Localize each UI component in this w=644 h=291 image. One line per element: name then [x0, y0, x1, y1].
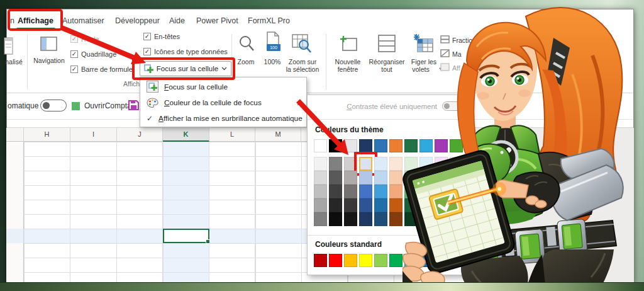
theme-tint-swatch[interactable]: [389, 198, 402, 212]
save-icon[interactable]: [128, 99, 139, 111]
theme-tint-swatch[interactable]: [374, 212, 387, 226]
standard-colors-title: Couleurs standard: [315, 240, 382, 249]
autosave-label-partial: omatique: [8, 101, 38, 110]
theme-tint-swatch[interactable]: [374, 171, 387, 185]
standard-color-swatch[interactable]: [314, 254, 327, 267]
standard-color-swatch[interactable]: [329, 254, 342, 267]
tab-developpeur[interactable]: Développeur: [115, 16, 160, 25]
theme-tint-swatch[interactable]: [359, 171, 372, 185]
menu-item-focus-cell-color[interactable]: Couleur de la cellule de focus ›: [140, 94, 306, 110]
zoom-100-button[interactable]: 100%: [259, 58, 286, 66]
selected-cell[interactable]: [163, 229, 209, 243]
navigation-icon: [40, 37, 58, 52]
theme-tint-swatch[interactable]: [374, 185, 387, 198]
checkmark-icon: ✓: [147, 114, 153, 123]
checkbox-icones-donnees[interactable]: ✓ Icônes de type données: [143, 47, 228, 56]
partial-ribbon-icon: [4, 37, 14, 57]
tab-formxl-pro[interactable]: FormXL Pro: [248, 16, 290, 25]
theme-tint-swatch[interactable]: [329, 171, 342, 185]
theme-tint-swatch[interactable]: [389, 157, 402, 171]
zoom-selection-icon: [292, 34, 312, 53]
theme-colors-title: Couleurs du thème: [315, 125, 384, 134]
theme-color-swatch[interactable]: [389, 139, 402, 152]
theme-tint-swatch[interactable]: [374, 198, 387, 212]
theme-tint-swatch[interactable]: [314, 212, 327, 226]
tab-affichage[interactable]: Affichage: [18, 16, 53, 25]
workbook-chip-icon: [72, 102, 80, 110]
standard-color-swatch[interactable]: [359, 254, 372, 267]
column-header-m[interactable]: M: [255, 128, 301, 142]
theme-tint-swatch[interactable]: [329, 212, 342, 226]
zoom-100-badge: 100: [267, 44, 280, 51]
theme-tint-swatch[interactable]: [389, 185, 402, 198]
navigation-button[interactable]: Navigation: [31, 57, 67, 64]
column-header-j[interactable]: J: [117, 128, 163, 142]
group-divider: [326, 34, 326, 89]
theme-color-swatch[interactable]: [329, 139, 342, 152]
menu-item-focus-cell[interactable]: Focus sur la cellule: [140, 79, 306, 94]
zoom-selection-button-line2[interactable]: la sélection: [283, 66, 322, 73]
tab-power-pivot[interactable]: Power Pivot: [196, 16, 238, 25]
theme-tint-swatch[interactable]: [389, 212, 402, 226]
theme-tint-swatch[interactable]: [359, 157, 372, 171]
theme-tint-swatch[interactable]: [344, 157, 357, 171]
theme-color-swatch[interactable]: [314, 139, 327, 152]
column-header-i[interactable]: I: [70, 128, 117, 142]
column-header-k-selected[interactable]: K: [163, 128, 209, 142]
focus-cell-dropdown-button[interactable]: Focus sur la cellule: [140, 61, 231, 76]
corner-header[interactable]: [6, 128, 24, 142]
tab-automatiser[interactable]: Automatiser: [62, 16, 104, 25]
group-divider: [27, 34, 28, 89]
checkbox-entetes[interactable]: ✓ En-têtes: [143, 31, 180, 41]
theme-tint-swatch[interactable]: [314, 185, 327, 198]
theme-tint-swatch[interactable]: [359, 185, 372, 198]
theme-tint-swatch[interactable]: [314, 198, 327, 212]
theme-tint-swatch[interactable]: [344, 171, 357, 185]
checkbox-barre-formule[interactable]: ✓ Barre de formule: [70, 64, 133, 74]
focus-cell-icon: [147, 81, 158, 93]
tab-aide[interactable]: Aide: [169, 16, 185, 25]
new-window-button-line2[interactable]: fenêtre: [328, 66, 367, 73]
zoom-selection-button[interactable]: Zoom sur: [283, 58, 322, 66]
screenshot-stage: n Affichage Automatiser Développeur Aide…: [0, 0, 644, 291]
new-window-icon: [338, 34, 358, 53]
tab-partial[interactable]: n: [10, 16, 14, 25]
autosave-toggle[interactable]: [40, 100, 67, 111]
submenu-arrow-icon: ›: [297, 98, 300, 108]
theme-color-swatch[interactable]: [344, 139, 357, 152]
workbook-name[interactable]: OuvrirCompta: [84, 101, 131, 110]
standard-color-swatch[interactable]: [374, 254, 387, 267]
partial-button-label[interactable]: nalisé: [0, 58, 28, 66]
zoom-button[interactable]: Zoom: [231, 58, 260, 66]
theme-tint-swatch[interactable]: [314, 171, 327, 185]
arrange-all-icon: [377, 34, 396, 53]
theme-color-swatch[interactable]: [359, 139, 372, 152]
theme-tint-swatch[interactable]: [389, 171, 402, 185]
theme-tint-swatch[interactable]: [344, 198, 357, 212]
focus-cell-menu: Focus sur la cellule Couleur de la cellu…: [140, 77, 307, 127]
theme-color-swatch[interactable]: [374, 139, 387, 152]
theme-tint-swatch[interactable]: [359, 198, 372, 212]
standard-color-swatch[interactable]: [344, 254, 357, 267]
active-tab-underline: [16, 28, 55, 30]
checkbox-regle[interactable]: ✓ Règle: [70, 34, 99, 43]
theme-tint-swatch[interactable]: [344, 212, 357, 226]
theme-tint-swatch[interactable]: [329, 157, 342, 171]
theme-tint-swatch[interactable]: [359, 212, 372, 226]
menu-item-auto-highlight[interactable]: ✓ Afficher la mise en surbrillance autom…: [140, 110, 306, 126]
palette-icon: [147, 98, 158, 108]
checkbox-check-icon: ✓: [143, 33, 151, 40]
standard-color-swatch[interactable]: [389, 254, 402, 267]
character-illustration: [402, 0, 644, 291]
column-header-h[interactable]: H: [24, 128, 70, 142]
column-header-l[interactable]: L: [209, 128, 255, 142]
checkbox-quadrillage[interactable]: ✓ Quadrillage: [70, 49, 116, 59]
theme-tint-swatch[interactable]: [329, 185, 342, 198]
row-header-column[interactable]: [6, 142, 24, 283]
theme-tint-swatch[interactable]: [344, 185, 357, 198]
theme-tint-swatch[interactable]: [314, 157, 327, 171]
theme-tint-swatch[interactable]: [374, 157, 387, 171]
theme-tint-swatch[interactable]: [329, 198, 342, 212]
new-window-button[interactable]: Nouvelle: [328, 58, 367, 66]
zoom-icon: [238, 34, 255, 53]
